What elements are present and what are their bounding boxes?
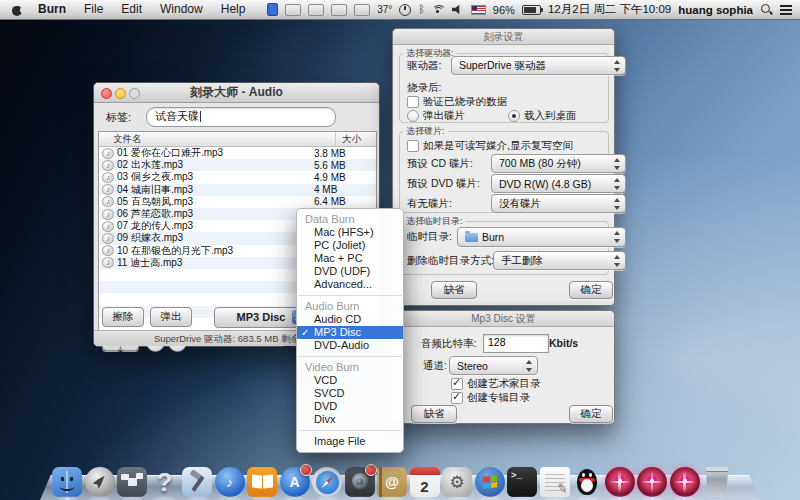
mission-control-icon[interactable]: [117, 467, 147, 497]
menu-item-dvd-audio[interactable]: DVD-Audio: [297, 339, 403, 352]
verify-checkbox[interactable]: 验证已烧录的数据: [407, 95, 507, 109]
column-size[interactable]: 大小: [342, 133, 361, 146]
artist-dir-checkbox[interactable]: 创建艺术家目录: [451, 377, 541, 391]
channel-value: Stereo: [457, 360, 488, 372]
finder-icon[interactable]: [52, 467, 82, 497]
menu-item-dvd-udf[interactable]: DVD (UDF): [297, 265, 403, 278]
contacts-icon[interactable]: @: [377, 467, 407, 497]
menu-burn[interactable]: Burn: [29, 0, 75, 19]
audio-file-icon: ♪: [102, 184, 114, 195]
launchpad-icon[interactable]: [85, 467, 115, 497]
clock-icon[interactable]: [399, 4, 411, 16]
menu-item-svcd[interactable]: SVCD: [297, 387, 403, 400]
title-bar[interactable]: 刻录大师 - Audio: [94, 83, 379, 103]
input-method-icon[interactable]: [267, 3, 278, 16]
menu-separator: [298, 356, 402, 357]
disc-type-dropdown[interactable]: MP3 Disc: [214, 307, 308, 328]
wifi-icon[interactable]: [432, 5, 445, 15]
menu-item-mac-hfs[interactable]: Mac (HFS+): [297, 226, 403, 239]
checkbox-icon[interactable]: [407, 96, 419, 108]
app-store-icon[interactable]: A: [280, 467, 310, 497]
textedit-icon[interactable]: ✎: [540, 467, 570, 497]
album-dir-label: 创建专辑目录: [467, 391, 530, 405]
menu-edit[interactable]: Edit: [112, 0, 151, 19]
cd-dropdown[interactable]: 700 MB (80 分钟): [491, 154, 626, 173]
menu-item-divx[interactable]: Divx: [297, 413, 403, 426]
system-preferences-icon[interactable]: ⚙: [442, 467, 472, 497]
xcode-icon[interactable]: [182, 467, 212, 497]
delete-mode-dropdown[interactable]: 手工删除: [493, 251, 626, 270]
default-button[interactable]: 缺省: [431, 281, 477, 299]
table-header[interactable]: 文件名 大小: [99, 132, 376, 147]
burn-disc-3-icon[interactable]: [670, 467, 700, 497]
terminal-icon[interactable]: >_: [507, 467, 537, 497]
burn-disc-1-icon[interactable]: [605, 467, 635, 497]
menu-window[interactable]: Window: [151, 0, 212, 19]
panel-title[interactable]: Mp3 Disc 设置: [393, 311, 614, 327]
ibooks-icon[interactable]: [247, 467, 277, 497]
drive-dropdown[interactable]: SuperDrive 驱动器: [451, 56, 626, 75]
radio-icon[interactable]: [407, 110, 419, 122]
album-dir-checkbox[interactable]: 创建专辑目录: [451, 391, 530, 405]
panel-title[interactable]: 刻录设置: [393, 29, 614, 45]
menu-widget-icon[interactable]: [285, 4, 301, 16]
default-button[interactable]: 缺省: [411, 405, 457, 423]
apple-icon[interactable]: [12, 4, 23, 16]
menu-widget-icon[interactable]: [354, 4, 370, 16]
artist-dir-label: 创建艺术家目录: [467, 377, 541, 391]
qq-icon[interactable]: [572, 467, 602, 497]
bluetooth-icon[interactable]: ᛒ: [418, 4, 425, 15]
menu-item-dvd[interactable]: DVD: [297, 400, 403, 413]
volume-icon[interactable]: [452, 5, 464, 15]
menu-widget-icon[interactable]: [331, 4, 347, 16]
radio-selected-icon[interactable]: [508, 110, 520, 122]
trash-icon[interactable]: [702, 467, 732, 497]
itunes-icon[interactable]: ♪: [215, 467, 245, 497]
menu-clock[interactable]: 12月2日 周二 下午10:09: [548, 2, 671, 17]
checkbox-icon[interactable]: [407, 140, 419, 152]
safari-icon[interactable]: [312, 467, 342, 497]
ok-button[interactable]: 确定: [569, 405, 613, 423]
eject-button[interactable]: 弹出: [150, 307, 192, 327]
menu-item-mp3-disc[interactable]: ✓MP3 Disc: [297, 326, 403, 339]
menu-widget-icon[interactable]: [308, 4, 324, 16]
temp-dir-dropdown[interactable]: Burn: [457, 227, 626, 247]
checkbox-checked-icon[interactable]: [451, 378, 463, 390]
battery-icon[interactable]: [522, 5, 541, 15]
menu-item-audio-cd[interactable]: Audio CD: [297, 313, 403, 326]
bitrate-input[interactable]: 128: [483, 334, 549, 353]
parallels-icon[interactable]: [475, 467, 505, 497]
rw-checkbox[interactable]: 如果是可读写媒介,显示复写空间: [407, 139, 573, 153]
calendar-icon[interactable]: 2: [410, 467, 440, 497]
disc-label-input[interactable]: 试音天碟: [146, 107, 336, 127]
bitrate-label: 音频比特率:: [421, 337, 476, 351]
dock: ?♪A@2⚙>_✎: [0, 460, 800, 500]
checkbox-checked-icon[interactable]: [451, 392, 463, 404]
input-flag-icon[interactable]: [471, 5, 486, 15]
column-filename[interactable]: 文件名: [113, 133, 142, 146]
menu-item-mac-pc[interactable]: Mac + PC: [297, 252, 403, 265]
mount-radio[interactable]: 载入到桌面: [508, 109, 577, 123]
user-menu[interactable]: huang sophia: [678, 4, 753, 16]
cd-label: 预设 CD 碟片:: [407, 157, 473, 171]
audio-file-icon: ♪: [102, 209, 114, 220]
missing-app-icon[interactable]: ?: [150, 467, 180, 497]
dvd-dropdown[interactable]: DVD R(W) (4.8 GB): [491, 174, 626, 193]
erase-button[interactable]: 擦除: [102, 307, 144, 327]
menu-item-advanced[interactable]: Advanced...: [297, 278, 403, 291]
menu-file[interactable]: File: [75, 0, 112, 19]
menu-item-pc-joliet[interactable]: PC (Joliet): [297, 239, 403, 252]
notification-center-icon[interactable]: [780, 5, 792, 15]
ok-button[interactable]: 确定: [569, 281, 613, 299]
eject-radio[interactable]: 弹出碟片: [407, 109, 465, 123]
spotlight-icon[interactable]: [760, 3, 773, 16]
channel-dropdown[interactable]: Stereo: [449, 356, 538, 375]
menu-help[interactable]: Help: [212, 0, 255, 19]
burn-disc-2-icon[interactable]: [637, 467, 667, 497]
facetime-icon[interactable]: [345, 467, 375, 497]
media-dropdown[interactable]: 没有碟片: [491, 194, 626, 213]
menu-item-image-file[interactable]: Image File: [297, 435, 403, 448]
temperature-status[interactable]: 37°: [377, 4, 392, 15]
menu-item-vcd[interactable]: VCD: [297, 374, 403, 387]
column-divider[interactable]: [335, 132, 336, 146]
